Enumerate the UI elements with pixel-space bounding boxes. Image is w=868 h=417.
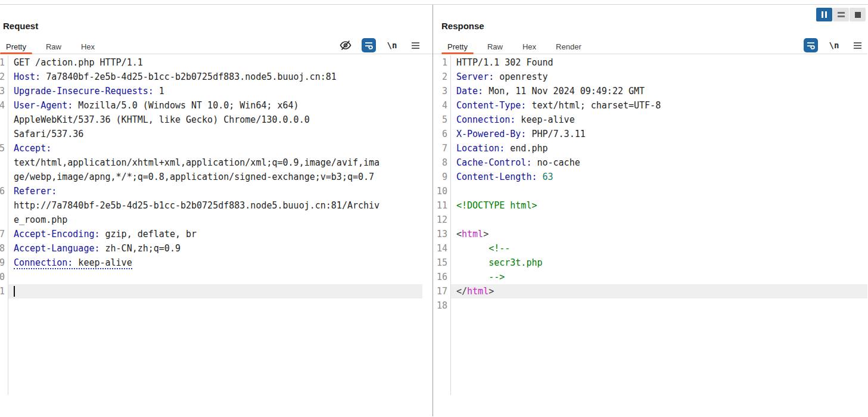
code-line[interactable]: Safari/537.36 bbox=[0, 127, 433, 141]
code-line[interactable]: AppleWebKit/537.36 (KHTML, like Gecko) C… bbox=[0, 113, 433, 127]
hide-non-printing-button[interactable] bbox=[338, 38, 353, 52]
request-menu-button[interactable] bbox=[408, 38, 422, 52]
request-panel: Request PrettyRawHex bbox=[0, 5, 433, 416]
code-text: Upgrade-Insecure-Requests: 1 bbox=[8, 84, 422, 98]
response-menu-button[interactable] bbox=[850, 38, 864, 52]
tab-pretty[interactable]: Pretty bbox=[441, 39, 474, 54]
code-line[interactable]: 8Accept-Language: zh-CN,zh;q=0.9 bbox=[0, 241, 433, 256]
code-text: Accept-Language: zh-CN,zh;q=0.9 bbox=[8, 241, 422, 256]
code-text: <!DOCTYPE html> bbox=[451, 198, 867, 213]
code-text: <!-- bbox=[451, 241, 867, 256]
code-text: Referer: bbox=[8, 184, 422, 198]
code-line[interactable]: 15 secr3t.php bbox=[433, 256, 867, 270]
code-line[interactable]: 3Date: Mon, 11 Nov 2024 09:49:22 GMT bbox=[433, 84, 867, 98]
code-line[interactable]: 10 bbox=[0, 270, 433, 284]
code-line[interactable]: 17</html> bbox=[433, 284, 867, 298]
code-text: Connection: keep-alive bbox=[451, 113, 867, 127]
columns-layout-icon bbox=[822, 11, 827, 18]
rows-layout-icon bbox=[838, 12, 845, 17]
view-layout-controls bbox=[816, 8, 866, 21]
code-line[interactable]: e_room.php bbox=[0, 213, 433, 227]
code-text: ge/webp,image/apng,*/*;q=0.8,application… bbox=[8, 170, 422, 184]
code-text: Host: 7a7840bf-2e5b-4d25-b1cc-b2b0725df8… bbox=[8, 70, 422, 84]
code-line[interactable]: 2Host: 7a7840bf-2e5b-4d25-b1cc-b2b0725df… bbox=[0, 70, 433, 84]
code-text: Date: Mon, 11 Nov 2024 09:49:22 GMT bbox=[451, 84, 867, 98]
code-line[interactable]: 1HTTP/1.1 302 Found bbox=[433, 55, 867, 70]
request-panel-title: Request bbox=[3, 21, 433, 32]
code-line[interactable]: 6X-Powered-By: PHP/7.3.11 bbox=[433, 127, 867, 141]
code-line[interactable]: 10 bbox=[433, 184, 867, 198]
response-editor[interactable]: 1HTTP/1.1 302 Found2Server: openresty3Da… bbox=[433, 55, 867, 395]
code-text: <html> bbox=[451, 227, 867, 241]
code-text: Accept-Encoding: gzip, deflate, br bbox=[8, 227, 422, 241]
window-top-strip bbox=[0, 0, 868, 5]
tab-raw[interactable]: Raw bbox=[40, 39, 67, 54]
code-text: X-Powered-By: PHP/7.3.11 bbox=[451, 127, 867, 141]
show-newlines-button[interactable]: \n bbox=[385, 38, 399, 52]
code-text: http://7a7840bf-2e5b-4d25-b1cc-b2b0725df… bbox=[8, 198, 422, 213]
code-line[interactable]: 14 <!-- bbox=[433, 241, 867, 256]
code-text: </html> bbox=[451, 284, 867, 298]
code-text: text/html,application/xhtml+xml,applicat… bbox=[8, 155, 422, 170]
code-line[interactable]: 6Referer: bbox=[0, 184, 433, 198]
code-text bbox=[451, 213, 867, 227]
split-rows-view-button[interactable] bbox=[833, 8, 849, 21]
code-line[interactable]: 2Server: openresty bbox=[433, 70, 867, 84]
request-editor[interactable]: 1GET /action.php HTTP/1.12Host: 7a7840bf… bbox=[0, 55, 433, 395]
code-text: GET /action.php HTTP/1.1 bbox=[8, 55, 422, 70]
word-wrap-button[interactable] bbox=[362, 38, 376, 52]
code-text: Content-Type: text/html; charset=UTF-8 bbox=[451, 98, 867, 113]
newline-glyph: \n bbox=[387, 41, 397, 50]
response-line-number-gutter bbox=[433, 55, 451, 395]
code-text bbox=[451, 184, 867, 198]
code-line[interactable]: 7Location: end.php bbox=[433, 141, 867, 155]
code-line[interactable]: 1GET /action.php HTTP/1.1 bbox=[0, 55, 433, 70]
code-line[interactable]: 4Content-Type: text/html; charset=UTF-8 bbox=[433, 98, 867, 113]
code-text: Server: openresty bbox=[451, 70, 867, 84]
code-text bbox=[451, 298, 867, 313]
code-text: Safari/537.36 bbox=[8, 127, 422, 141]
code-line[interactable]: 11<!DOCTYPE html> bbox=[433, 198, 867, 213]
code-text bbox=[8, 284, 422, 298]
code-text: e_room.php bbox=[8, 213, 422, 227]
word-wrap-icon bbox=[364, 41, 374, 50]
code-line[interactable]: 9Connection: keep-alive bbox=[0, 256, 433, 270]
code-line[interactable]: 8Cache-Control: no-cache bbox=[433, 155, 867, 170]
code-text: Content-Length: 63 bbox=[451, 170, 867, 184]
code-line[interactable]: 11 bbox=[0, 284, 433, 298]
code-line[interactable]: 5Accept: bbox=[0, 141, 433, 155]
word-wrap-icon bbox=[806, 41, 816, 50]
split-columns-view-button[interactable] bbox=[816, 8, 832, 21]
code-line[interactable]: 4User-Agent: Mozilla/5.0 (Windows NT 10.… bbox=[0, 98, 433, 113]
tab-render[interactable]: Render bbox=[550, 39, 587, 54]
code-line[interactable]: 3Upgrade-Insecure-Requests: 1 bbox=[0, 84, 433, 98]
tab-hex[interactable]: Hex bbox=[75, 39, 101, 54]
code-line[interactable]: 12 bbox=[433, 213, 867, 227]
hamburger-menu-icon bbox=[411, 42, 420, 49]
code-text bbox=[8, 270, 422, 284]
response-tabbar: PrettyRawHexRender \n bbox=[433, 39, 867, 54]
code-line[interactable]: http://7a7840bf-2e5b-4d25-b1cc-b2b0725df… bbox=[0, 198, 433, 213]
code-line[interactable]: 13<html> bbox=[433, 227, 867, 241]
code-line[interactable]: 18 bbox=[433, 298, 867, 313]
code-line[interactable]: 7Accept-Encoding: gzip, deflate, br bbox=[0, 227, 433, 241]
show-newlines-button[interactable]: \n bbox=[827, 38, 841, 52]
code-line[interactable]: 5Connection: keep-alive bbox=[433, 113, 867, 127]
request-tabbar: PrettyRawHex bbox=[0, 39, 433, 54]
code-text: --> bbox=[451, 270, 867, 284]
response-toolbar: \n bbox=[804, 38, 864, 52]
code-line[interactable]: 9Content-Length: 63 bbox=[433, 170, 867, 184]
code-text: secr3t.php bbox=[451, 256, 867, 270]
newline-glyph: \n bbox=[829, 41, 839, 50]
request-line-number-gutter bbox=[0, 55, 8, 395]
tab-pretty[interactable]: Pretty bbox=[0, 39, 32, 54]
single-panel-view-button[interactable] bbox=[850, 8, 866, 21]
tab-raw[interactable]: Raw bbox=[481, 39, 509, 54]
code-line[interactable]: ge/webp,image/apng,*/*;q=0.8,application… bbox=[0, 170, 433, 184]
code-line[interactable]: 16 --> bbox=[433, 270, 867, 284]
response-panel: Response PrettyRawHexRender \n bbox=[433, 5, 867, 416]
code-text: AppleWebKit/537.36 (KHTML, like Gecko) C… bbox=[8, 113, 422, 127]
code-line[interactable]: text/html,application/xhtml+xml,applicat… bbox=[0, 155, 433, 170]
word-wrap-button[interactable] bbox=[804, 38, 818, 52]
tab-hex[interactable]: Hex bbox=[517, 39, 542, 54]
